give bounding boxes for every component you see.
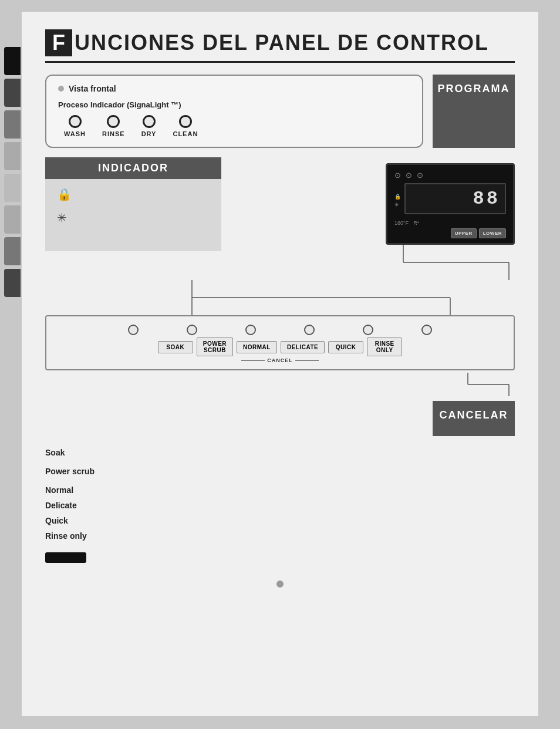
delicate-radio[interactable] [304,325,315,335]
rinseonly-button[interactable]: RINSE ONLY [367,338,402,356]
snowflake-display-icon: ✳ [394,202,401,208]
programa-badge: PROGRAMA [433,75,515,148]
cycle-normal-radio-item [221,325,280,335]
temp-label: 160°F [394,220,409,226]
cycles-panel: SOAK POWER SCRUB NORMAL DELICATE QUICK R… [45,315,515,370]
vista-box: Vista frontal Proceso Indicador (SignaLi… [45,75,423,148]
upper-button[interactable]: UPPER [451,228,477,238]
normal-radio[interactable] [245,325,256,335]
display-screen: 88 [404,183,506,214]
asterisk-icon: ✳ [57,211,210,225]
side-tab-3 [4,110,21,139]
display-icon-1: ⊙ [394,171,401,180]
bottom-dot [276,580,284,588]
f-letter-box: F [45,29,72,56]
side-tab-5 [4,174,21,202]
program-normal: Normal [45,485,515,495]
rinse-label: RINSE [102,130,125,137]
wash-circle [69,115,82,128]
display-icon-2: ⊙ [406,171,412,180]
cycle-quick-radio-item [339,325,397,335]
black-bar [45,552,86,563]
cancelar-connector [45,373,515,396]
r-icon: R* [413,220,419,226]
cycle-powerscrub-radio-item [163,325,221,335]
display-side-row: 160°F R* [394,220,506,226]
indicator-dry: DRY [141,115,157,137]
soak-radio[interactable] [128,325,139,335]
program-list: Soak Power scrub Normal Delicate Quick R… [45,448,515,541]
display-digits: 88 [473,188,500,210]
cancel-line-right [295,360,319,361]
program-delicate: Delicate [45,501,515,510]
side-tab-1 [4,47,21,75]
proceso-label: Proceso Indicador (SignaLight ™) [58,100,410,109]
display-unit: ⊙ ⊙ ⊙ 🔒 ✳ 88 160°F R* [386,163,515,245]
page: F UNCIONES DEL PANEL DE CONTROL Vista fr… [22,12,538,716]
display-top-icons: ⊙ ⊙ ⊙ [394,171,506,180]
dry-circle [143,115,156,128]
delicate-button[interactable]: DELICATE [281,341,325,353]
clean-circle [179,115,192,128]
vista-section: Vista frontal Proceso Indicador (SignaLi… [45,75,515,148]
vista-label: Vista frontal [69,84,116,93]
connector-lines-top [315,245,515,280]
cancel-row: CANCEL [58,357,502,363]
program-soak: Soak [45,448,515,457]
cancelar-area: CANCELAR [45,401,515,436]
side-tab-8 [4,269,21,297]
powerscrub-radio[interactable] [187,325,197,335]
indicador-header: INDICADOR [45,157,221,179]
program-powerscrub: Power scrub [45,467,515,476]
cancel-text: CANCEL [267,357,293,363]
indicators-row: WASH RINSE DRY CLEAN [58,115,410,137]
rinseonly-radio[interactable] [421,325,432,335]
cancelar-badge: CANCELAR [433,401,515,436]
cancelar-connector-svg [421,373,515,396]
lock-icon: 🔒 [57,187,210,201]
display-icon-3: ⊙ [417,171,423,180]
cancel-line-left [241,360,265,361]
dry-label: DRY [141,130,157,137]
indicador-display-section: INDICADOR 🔒 ✳ ⊙ ⊙ ⊙ 🔒 ✳ [45,157,515,280]
page-title: UNCIONES DEL PANEL DE CONTROL [75,31,489,55]
cycle-delicate-radio-item [280,325,339,335]
indicator-clean: CLEAN [173,115,198,137]
program-quick: Quick [45,516,515,525]
page-header: F UNCIONES DEL PANEL DE CONTROL [45,29,515,63]
side-tab-6 [4,205,21,234]
clean-label: CLEAN [173,130,198,137]
cycle-rinseonly-radio-item [397,325,456,335]
lock-display-icon: 🔒 [394,194,401,200]
connector-area [127,280,515,315]
display-buttons-row: UPPER LOWER [394,228,506,238]
connector-svg [127,280,538,315]
side-tab-2 [4,79,21,107]
indicador-body: 🔒 ✳ [45,179,221,233]
soak-button[interactable]: SOAK [158,341,193,353]
bottom-line [45,580,515,588]
cycle-radio-row [58,325,502,335]
program-rinseonly: Rinse only [45,531,515,541]
indicator-rinse: RINSE [102,115,125,137]
wash-label: WASH [64,130,86,137]
indicador-box: INDICADOR 🔒 ✳ [45,157,221,251]
side-tabs [4,47,21,297]
powerscrub-button[interactable]: POWER SCRUB [197,338,233,356]
cycle-soak-radio-item [104,325,163,335]
indicator-wash: WASH [64,115,86,137]
side-tab-7 [4,237,21,265]
lower-button[interactable]: LOWER [479,228,506,238]
quick-button[interactable]: QUICK [328,341,363,353]
normal-button[interactable]: NORMAL [237,341,277,353]
rinse-circle [107,115,120,128]
side-tab-4 [4,142,21,170]
vista-dot [58,86,64,92]
quick-radio[interactable] [363,325,373,335]
cycle-buttons-row: SOAK POWER SCRUB NORMAL DELICATE QUICK R… [58,338,502,356]
